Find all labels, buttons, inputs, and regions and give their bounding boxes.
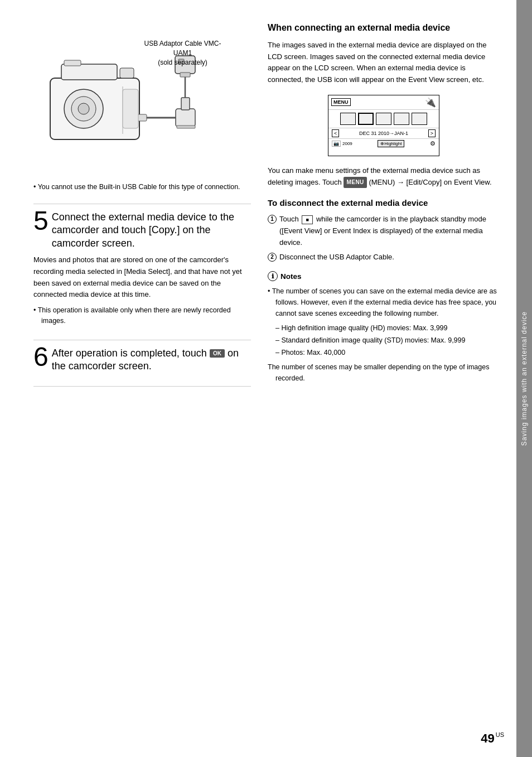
- step-circle-1: 1: [268, 215, 277, 224]
- bottom-divider: [33, 386, 251, 387]
- notes-header: ℹ Notes: [268, 271, 500, 281]
- right-column: When connecting an external media device…: [268, 22, 500, 735]
- step-6-header: 6 After operation is completed, touch OK…: [33, 347, 251, 373]
- page-container: USB Adaptor Cable VMC-UAM1 (sold separat…: [0, 0, 532, 757]
- lcd-thumb-2: [358, 113, 374, 125]
- lcd-thumbnails: [328, 110, 439, 128]
- lcd-thumb-4: [394, 113, 409, 125]
- diagram-area: USB Adaptor Cable VMC-UAM1 (sold separat…: [33, 22, 223, 173]
- note-1: • The number of scenes you can save on t…: [268, 286, 500, 319]
- main-content: USB Adaptor Cable VMC-UAM1 (sold separat…: [0, 0, 516, 757]
- svg-rect-8: [176, 109, 195, 127]
- when-connecting-body: The images saved in the external media d…: [268, 40, 500, 86]
- lcd-date-text: DEC 31 2010→JAN-1: [359, 131, 408, 136]
- disconnect-step-2: 2 Disconnect the USB Adaptor Cable.: [268, 252, 500, 263]
- lcd-top-bar: MENU 🔌: [328, 95, 439, 110]
- disconnect-heading: To disconnect the external media device: [268, 197, 500, 209]
- svg-rect-9: [181, 98, 190, 110]
- lcd-year-indicator: 📷 2009: [332, 141, 352, 147]
- lcd-thumb-1: [340, 113, 356, 125]
- svg-point-3: [78, 103, 89, 114]
- lcd-nav-row: < DEC 31 2010→JAN-1 >: [328, 128, 439, 138]
- step-5-header: 5 Connect the external media device to t…: [33, 211, 251, 250]
- note-photos: – Photos: Max. 40,000: [268, 347, 500, 358]
- step-5-title: Connect the external media device to the…: [52, 211, 251, 250]
- svg-rect-13: [180, 73, 190, 77]
- lcd-nav-left: <: [332, 129, 339, 137]
- lcd-bottom-row: 📷 2009 ⊕Highlight ⚙: [328, 138, 439, 148]
- step-5-body: Movies and photos that are stored on one…: [33, 254, 251, 301]
- lcd-usb-icon: 🔌: [425, 97, 436, 108]
- disconnect-steps: 1 Touch ■ while the camcorder is in the …: [268, 214, 500, 263]
- page-number: 49US: [481, 731, 504, 746]
- svg-rect-16: [123, 89, 138, 128]
- diagram-bullet-note: • You cannot use the Built-in USB Cable …: [33, 182, 251, 192]
- lcd-highlight-btn: ⊕Highlight: [378, 140, 404, 147]
- notes-icon: ℹ: [268, 271, 278, 281]
- usb-adaptor-label: USB Adaptor Cable VMC-UAM1 (sold separat…: [142, 39, 223, 67]
- step-6-block: 6 After operation is completed, touch OK…: [33, 340, 251, 373]
- usb-stop-icon: ■: [302, 215, 313, 224]
- lcd-thumb-3: [376, 113, 391, 125]
- step-5-bullet: • This operation is available only when …: [33, 305, 251, 326]
- svg-rect-17: [64, 60, 81, 66]
- note-2: The number of scenes may be smaller depe…: [268, 361, 500, 384]
- step-6-number: 6: [33, 344, 49, 370]
- note-hd: – High definition image quality (HD) mov…: [268, 322, 500, 334]
- left-column: USB Adaptor Cable VMC-UAM1 (sold separat…: [33, 22, 251, 735]
- step-6-title: After operation is completed, touch OK o…: [52, 347, 251, 373]
- ok-button-inline: OK: [210, 349, 225, 358]
- svg-rect-14: [177, 126, 195, 128]
- svg-rect-4: [61, 64, 117, 80]
- disconnect-step-1: 1 Touch ■ while the camcorder is in the …: [268, 214, 500, 248]
- step-5-block: 5 Connect the external media device to t…: [33, 204, 251, 326]
- lcd-screen-diagram: MENU 🔌 < DEC 31 2010→JAN-1 >: [328, 95, 439, 156]
- step-5-number: 5: [33, 208, 49, 234]
- lcd-thumb-5: [412, 113, 427, 125]
- svg-rect-5: [120, 68, 134, 78]
- sidebar-tab: Saving images with an external device: [516, 0, 532, 757]
- step-circle-2: 2: [268, 253, 277, 262]
- lcd-nav-right: >: [428, 129, 436, 137]
- lcd-settings-icon: ⚙: [430, 140, 436, 147]
- when-body2: You can make menu settings of the extern…: [268, 165, 500, 189]
- notes-section: ℹ Notes • The number of scenes you can s…: [268, 271, 500, 384]
- when-connecting-heading: When connecting an external media device: [268, 22, 500, 34]
- note-std: – Standard definition image quality (STD…: [268, 335, 500, 346]
- lcd-camera-icon: 📷: [332, 141, 341, 147]
- lcd-menu-btn: MENU: [331, 98, 351, 106]
- menu-btn-inline: MENU: [344, 177, 366, 188]
- sidebar-tab-text: Saving images with an external device: [520, 311, 528, 446]
